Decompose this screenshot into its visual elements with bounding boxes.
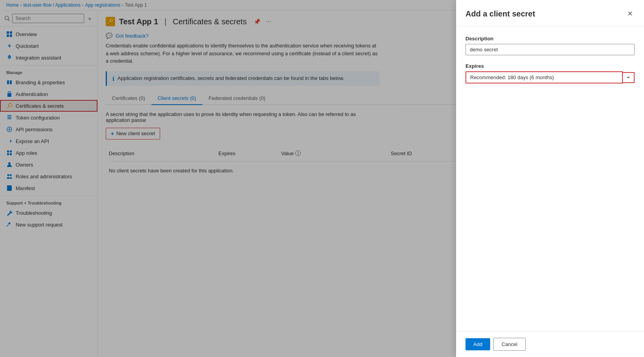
panel-body: Description Expires Recommended: 180 day… [456, 26, 644, 331]
expires-select[interactable]: Recommended: 180 days (6 months) 3 month… [465, 71, 623, 83]
description-label: Description [465, 36, 635, 42]
add-button[interactable]: Add [465, 338, 490, 350]
panel-close-button[interactable]: ✕ [626, 8, 635, 20]
panel-header: Add a client secret ✕ [456, 0, 644, 26]
expires-field: Expires Recommended: 180 days (6 months)… [465, 63, 635, 83]
expires-label: Expires [465, 63, 635, 69]
description-field: Description [465, 36, 635, 55]
add-secret-panel: Add a client secret ✕ Description Expire… [456, 0, 644, 357]
expires-container: Recommended: 180 days (6 months) 3 month… [465, 71, 635, 83]
panel-footer: Add Cancel [456, 331, 644, 357]
expires-chevron-icon[interactable] [623, 72, 635, 83]
description-input[interactable] [465, 44, 635, 55]
panel-title: Add a client secret [465, 9, 535, 18]
cancel-button[interactable]: Cancel [493, 338, 525, 351]
